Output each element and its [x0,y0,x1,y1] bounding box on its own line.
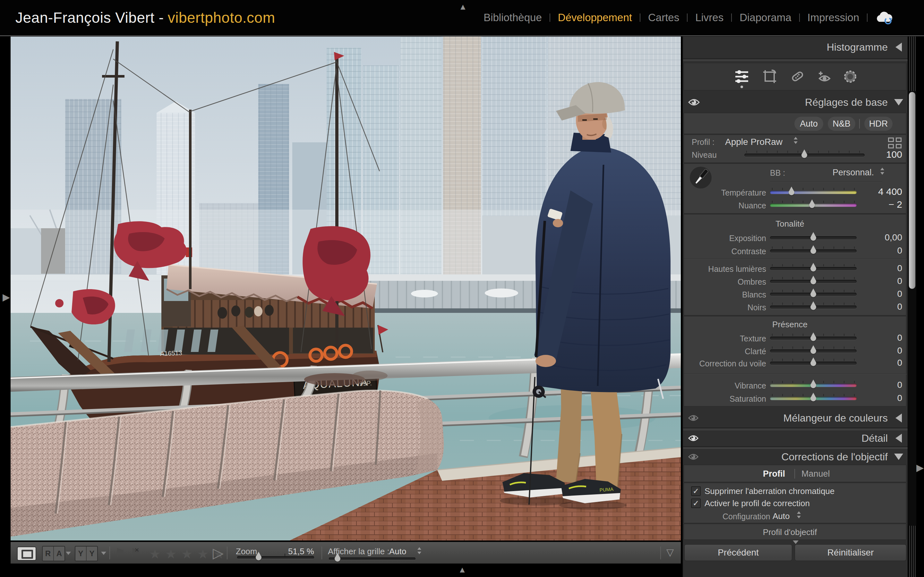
healing-brush-icon[interactable] [790,69,805,84]
divider [795,469,795,479]
blacks-slider[interactable] [770,306,857,309]
red-eye-icon[interactable] [817,69,832,84]
color-mixer-header[interactable]: Mélangeur de couleurs [683,410,908,426]
module-livres[interactable]: Livres [694,11,725,24]
shadows-slider[interactable] [770,280,857,283]
tab-profil[interactable]: Profil [763,469,785,479]
whites-slider[interactable] [770,293,857,296]
module-separator [799,13,800,22]
slider-value: 0,00 [863,232,902,243]
toolbar-options-icon[interactable]: ▽ [666,546,674,558]
setup-value[interactable]: Auto [772,511,790,521]
grid-spinner-icon[interactable] [417,546,422,555]
lens-corrections-title: Corrections de l'objectif [781,451,888,463]
module-separator [731,13,732,22]
edit-sliders-icon[interactable] [734,69,750,84]
right-panel-hide-icon[interactable]: ▶ [916,463,924,472]
zoom-slider[interactable] [237,556,314,559]
texture-slider[interactable] [770,337,857,340]
basic-panel-header[interactable]: Réglages de base [683,93,908,111]
masking-icon[interactable] [843,69,858,84]
lens-corrections-header[interactable]: Corrections de l'objectif [683,449,908,465]
vibrance-slider[interactable] [770,384,857,387]
module-separator [640,13,640,22]
profile-value[interactable]: Apple ProRaw [725,137,782,147]
wb-spinner-icon[interactable] [880,167,885,175]
profile-correction-checkbox[interactable] [691,498,701,508]
panel-switch-eye-icon[interactable] [688,434,698,442]
compare-view-button[interactable]: R A [42,546,65,561]
exposure-slider[interactable] [770,236,857,239]
flag-reject-icon[interactable]: ⚑✕ [130,546,141,560]
top-bar: Jean-François Vibert - vibertphoto.com B… [0,0,924,35]
profile-spinner-icon[interactable] [793,136,798,145]
panel-end-icon [793,540,798,544]
module-picker: Bibliothèque Développement Cartes Livres… [482,0,894,35]
module-cartes[interactable]: Cartes [647,11,680,24]
nb-button[interactable]: N&B [828,117,855,131]
top-divider [0,35,924,36]
tab-manuel[interactable]: Manuel [801,469,830,479]
module-diaporama[interactable]: Diaporama [738,11,792,24]
slider-value: 0 [863,333,902,343]
compare-r-label: R [43,546,54,561]
grid-size-slider[interactable] [329,558,415,560]
eyedropper-icon[interactable] [687,166,714,189]
cloud-sync-icon[interactable] [874,10,894,25]
loupe-view-button[interactable] [17,546,36,561]
wb-value[interactable]: Personnal. [829,168,874,177]
expand-down-icon [894,454,903,460]
divider [684,374,907,374]
photo-canvas[interactable]: AQUALUNA 99P. 張保仔 A16513 [11,37,681,540]
filmstrip-reveal-icon[interactable]: ▲ [458,566,467,574]
slider-value: 0 [863,393,902,403]
left-panel-reveal-icon[interactable]: ▶ [3,292,10,302]
module-bibliotheque[interactable]: Bibliothèque [482,11,543,24]
reset-button[interactable]: Réinitialiser [795,544,906,561]
crop-icon[interactable] [762,69,777,84]
clarity-slider[interactable] [770,350,857,353]
panel-scrollbar[interactable] [908,37,916,577]
module-impression[interactable]: Impression [806,11,861,24]
grid-value[interactable]: Auto [389,546,412,556]
compare-dropdown-icon[interactable] [66,552,71,555]
detail-header[interactable]: Détail [683,431,908,446]
groove [683,446,908,449]
toolbar-divider [321,546,322,559]
basic-panel-title: Réglages de base [805,97,888,108]
tool-strip [684,63,906,90]
panel-switch-eye-icon[interactable] [688,414,698,422]
flag-pick-icon[interactable]: ⚑ [115,546,126,560]
play-icon[interactable]: ▷ [213,545,224,561]
top-panel-reveal-icon[interactable]: ▲ [459,3,467,11]
setup-spinner-icon[interactable] [796,511,801,519]
profile-browser-icon[interactable] [888,137,901,148]
tint-slider[interactable] [770,203,857,207]
survey-y-label: Y [87,546,97,561]
dehaze-slider[interactable] [770,362,857,365]
temp-slider[interactable] [770,191,857,194]
panel-switch-eye-icon[interactable] [688,98,700,106]
hdr-button[interactable]: HDR [864,117,893,131]
chromatic-aberration-checkbox[interactable] [691,486,701,496]
slider-value: 0 [863,245,902,256]
survey-dropdown-icon[interactable] [101,552,106,555]
amount-label: Niveau [692,150,727,160]
slider-label: Exposition [684,234,766,243]
saturation-slider[interactable] [770,397,857,400]
highlights-slider[interactable] [770,267,857,270]
panel-switch-eye-icon[interactable] [688,453,698,461]
lens-tabs: Profil Manuel [684,465,906,482]
amount-slider[interactable] [744,153,865,157]
survey-view-button[interactable]: Y Y [75,546,98,561]
histogram-header[interactable]: Histogramme [683,37,908,58]
presence-title: Présence [726,319,854,330]
temp-value: 4 400 [863,186,902,197]
toolbar-divider [227,546,228,559]
auto-button[interactable]: Auto [795,117,823,131]
previous-button[interactable]: Précédent [684,544,792,561]
histogram-title: Histogramme [827,41,888,53]
contrast-slider[interactable] [770,250,857,253]
scrollbar-thumb[interactable] [909,92,916,289]
module-developpement[interactable]: Développement [557,11,633,24]
